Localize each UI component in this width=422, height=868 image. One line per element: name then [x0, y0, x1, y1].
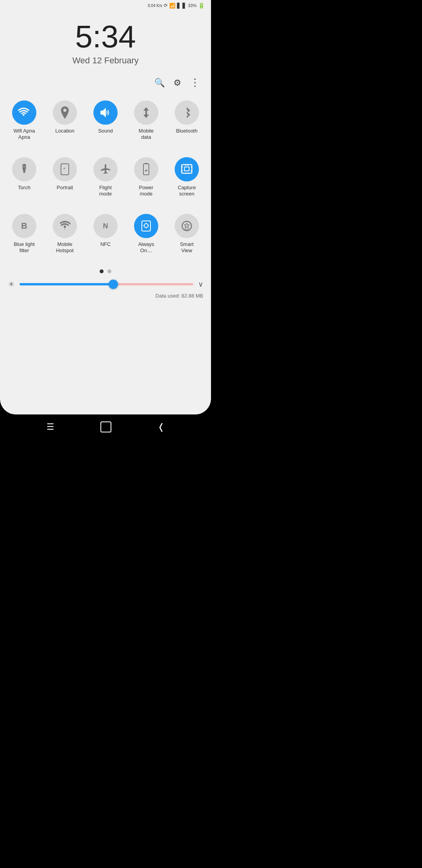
qs-blue-light-filter-label: Blue lightfilter — [14, 241, 34, 253]
always-on-icon — [134, 214, 158, 238]
qs-smart-view[interactable]: SmartView — [166, 209, 207, 258]
qs-wifi[interactable]: Wifi ApnaApna — [4, 96, 45, 145]
phone-screen: 0.04 K/s ⟳ 📶 ▋ ▋ 33% 🔋 5:34 Wed 12 Febru… — [0, 0, 211, 414]
qs-power-mode[interactable]: Powermode — [126, 152, 166, 201]
qs-mobile-hotspot[interactable]: MobileHotspot — [45, 209, 85, 258]
qs-portrait[interactable]: Portrait — [45, 152, 85, 201]
qs-power-mode-label: Powermode — [139, 185, 154, 197]
qs-flight-mode-label: Flightmode — [99, 185, 112, 197]
quick-settings-row2: Torch Portrait Flightmode Powermode Capt — [0, 149, 211, 204]
brightness-expand-button[interactable]: ∨ — [198, 280, 203, 289]
svg-point-6 — [144, 224, 148, 228]
qs-always-on[interactable]: AlwaysOn… — [126, 209, 166, 258]
page-dots — [0, 263, 211, 277]
qs-sound[interactable]: Sound — [85, 96, 126, 145]
status-speed: 0.04 K/s — [148, 4, 162, 8]
quick-settings-row3: B Blue lightfilter MobileHotspot N NFC A… — [0, 206, 211, 261]
more-options-button[interactable]: ⋮ — [190, 77, 200, 89]
portrait-icon — [53, 157, 77, 181]
power-mode-icon — [134, 157, 158, 181]
qs-nfc-label: NFC — [100, 241, 111, 247]
clock-area: 5:34 Wed 12 February — [0, 9, 211, 70]
torch-icon — [12, 157, 36, 181]
qs-capture-screen[interactable]: Capturescreen — [166, 152, 207, 201]
status-wifi-icon: 📶 — [169, 3, 175, 9]
status-bar: 0.04 K/s ⟳ 📶 ▋ ▋ 33% 🔋 — [0, 0, 211, 9]
nfc-icon: N — [93, 214, 118, 238]
clock-time: 5:34 — [0, 21, 211, 52]
qs-always-on-label: AlwaysOn… — [138, 241, 154, 253]
qs-location[interactable]: Location — [45, 96, 85, 145]
qs-portrait-label: Portrait — [57, 185, 73, 191]
qs-torch-label: Torch — [18, 185, 30, 191]
brightness-thumb — [109, 280, 118, 289]
page-dot-2[interactable] — [107, 269, 111, 273]
home-button[interactable] — [100, 421, 111, 432]
qs-mobile-hotspot-label: MobileHotspot — [56, 241, 74, 253]
mobile-data-icon — [134, 100, 158, 125]
back-button[interactable]: ❬ — [157, 422, 165, 432]
status-signal1-icon: ▋ — [177, 3, 181, 9]
search-button[interactable]: 🔍 — [154, 78, 165, 88]
clock-date: Wed 12 February — [0, 56, 211, 66]
qs-location-label: Location — [55, 128, 74, 134]
mobile-hotspot-icon — [53, 214, 77, 238]
flight-mode-icon — [93, 157, 118, 181]
qs-sound-label: Sound — [98, 128, 113, 134]
qs-flight-mode[interactable]: Flightmode — [85, 152, 126, 201]
quick-settings-row1: Wifi ApnaApna Location Sound Mobiledata — [0, 93, 211, 148]
bluetooth-icon — [175, 100, 199, 125]
qs-wifi-label: Wifi ApnaApna — [14, 128, 35, 140]
brightness-slider[interactable] — [20, 281, 193, 288]
qs-mobile-data-label: Mobiledata — [139, 128, 154, 140]
svg-rect-3 — [182, 165, 192, 173]
status-sync-icon: ⟳ — [164, 3, 168, 8]
qs-bluetooth[interactable]: Bluetooth — [166, 96, 207, 145]
capture-screen-icon — [175, 157, 199, 181]
status-battery-icon: 🔋 — [198, 2, 205, 9]
brightness-sun-icon: ☀ — [8, 280, 15, 289]
qs-torch[interactable]: Torch — [4, 152, 45, 201]
status-signal2-icon: ▋ — [182, 3, 186, 9]
qs-nfc[interactable]: N NFC — [85, 209, 126, 258]
qs-bluetooth-label: Bluetooth — [176, 128, 198, 134]
data-used-text: Data used: 82.88 MB — [0, 291, 211, 305]
svg-rect-5 — [142, 221, 150, 231]
page-dot-1[interactable] — [100, 269, 104, 273]
toolbar: 🔍 ⚙ ⋮ — [0, 70, 211, 93]
qs-mobile-data[interactable]: Mobiledata — [126, 96, 166, 145]
qs-smart-view-label: SmartView — [180, 241, 194, 253]
status-battery-text: 33% — [188, 3, 197, 8]
svg-rect-2 — [145, 163, 148, 164]
nav-bar: ☰ ❬ — [0, 414, 211, 439]
svg-rect-0 — [61, 164, 69, 175]
qs-blue-light-filter[interactable]: B Blue lightfilter — [4, 209, 45, 258]
recents-button[interactable]: ☰ — [46, 422, 54, 432]
wifi-icon — [12, 100, 36, 125]
smart-view-icon — [175, 214, 199, 238]
blue-light-filter-icon: B — [12, 214, 36, 238]
settings-button[interactable]: ⚙ — [173, 78, 181, 88]
brightness-track — [20, 283, 193, 285]
brightness-row: ☀ ∨ — [0, 277, 211, 291]
sound-icon — [93, 100, 118, 125]
location-icon — [53, 100, 77, 125]
qs-capture-screen-label: Capturescreen — [178, 185, 196, 197]
svg-rect-4 — [184, 167, 189, 171]
